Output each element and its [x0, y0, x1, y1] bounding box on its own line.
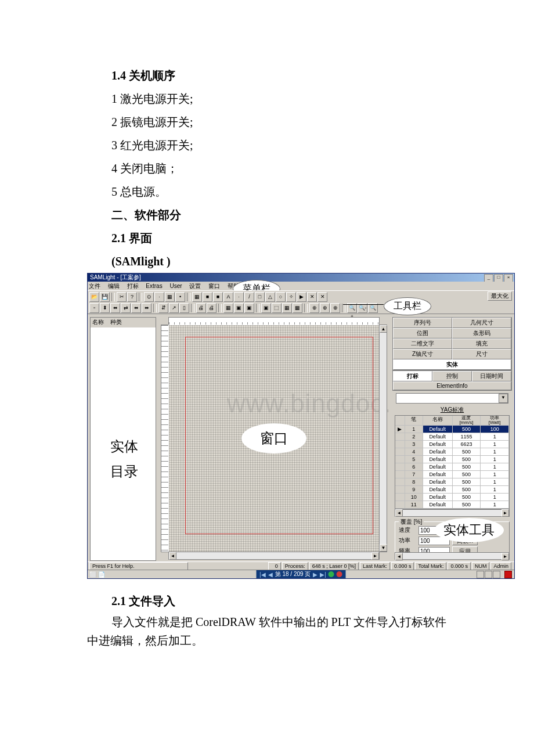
right-scroll-right-icon[interactable]: ► [501, 553, 509, 560]
tab-elementinfo[interactable]: ElementInfo [393, 381, 511, 390]
toolbar-button[interactable]: ↗ [169, 303, 179, 313]
toolbar-button[interactable]: 🖨 [207, 303, 217, 313]
pager-prev-icon[interactable]: ◀ [268, 571, 273, 578]
right-scroll-left-icon[interactable]: ◄ [395, 553, 403, 560]
menu-file[interactable]: 文件 [89, 283, 100, 289]
minimize-button[interactable]: _ [484, 274, 493, 282]
tab-serial[interactable]: 序列号 [393, 318, 452, 328]
pager-add-icon[interactable] [329, 571, 334, 577]
document-pager[interactable]: |◀ ◀ 第 18 / 209 页 ▶ ▶| [256, 570, 346, 578]
toolbar-button[interactable]: ⊕ [330, 303, 340, 313]
toolbar-button[interactable]: ⊕ [309, 303, 319, 313]
tab-geometry[interactable]: 几何尺寸 [452, 318, 511, 328]
tab-fill[interactable]: 填充 [452, 339, 511, 349]
toolbar-button[interactable]: ▩ [293, 303, 302, 313]
tab-entity[interactable]: 实体 [393, 359, 511, 370]
toolbar-button[interactable]: ▣ [244, 303, 254, 313]
toolbar-row-2[interactable]: ▫⬍⬌⇄⬌⬌⇵↗▯🖨🖨▦▣▣▣⬚▦▩⊕⊕⊕🔍+🔍-🔍 [88, 302, 514, 314]
tab-datetime[interactable]: 日期时间 [472, 371, 511, 381]
toolbar-button[interactable]: ○ [276, 292, 286, 302]
grid-scroll-right-icon[interactable]: ► [501, 509, 509, 517]
scroll-left-icon[interactable]: ◄ [169, 552, 176, 560]
toolbar-button[interactable]: ⬌ [110, 303, 120, 313]
toolbar-button[interactable]: · [234, 292, 244, 302]
tab-bitmap[interactable]: 位图 [393, 328, 452, 339]
toolbar-button[interactable]: ■ [203, 292, 212, 302]
right-panel-scrollbar[interactable]: ◄ ► [395, 552, 510, 560]
pager-remove-icon[interactable] [337, 571, 342, 577]
toolbar-button[interactable]: ? [127, 292, 137, 302]
table-row[interactable]: 9Default5001 [395, 486, 509, 494]
close-button[interactable]: × [504, 274, 513, 282]
toolbar-button[interactable]: ▣ [261, 303, 271, 313]
menu-mark[interactable]: 打标 [127, 283, 139, 289]
toolbar-button[interactable]: 🖨 [196, 303, 206, 313]
chevron-down-icon[interactable]: ▼ [499, 394, 508, 403]
pager-last-icon[interactable]: ▶| [320, 571, 326, 578]
table-row[interactable]: 4Default5001 [395, 448, 509, 456]
grid-scroll-left-icon[interactable]: ◄ [395, 509, 403, 517]
canvas-scrollbar-horizontal[interactable]: ◄ ► [168, 552, 380, 560]
toolbar-button[interactable]: △ [265, 292, 275, 302]
toolbar-button[interactable]: ■ [213, 292, 223, 302]
tab-2dtext[interactable]: 二维文字 [393, 339, 452, 349]
toolbar-button[interactable]: ⇄ [121, 303, 131, 313]
toolbar-button[interactable]: ⬚ [272, 303, 282, 313]
table-row[interactable]: ▶1Default500100 [395, 426, 509, 433]
toolbar-button[interactable]: ⬌ [131, 303, 141, 313]
toolbar-button[interactable]: • [175, 292, 185, 302]
toolbar-button[interactable]: ⊕ [320, 303, 330, 313]
menu-edit[interactable]: 编辑 [108, 283, 120, 289]
toolbar-button[interactable]: / [244, 292, 254, 302]
tab-marking[interactable]: 打标 [393, 371, 432, 381]
table-row[interactable]: 2Default11551 [395, 433, 509, 441]
scroll-right-icon[interactable]: ► [371, 552, 379, 560]
toolbar-button[interactable]: · [154, 292, 164, 302]
table-row[interactable]: 11Default5001 [395, 501, 509, 509]
menu-window[interactable]: 窗口 [208, 283, 220, 289]
toolbar-row-1[interactable]: 📂💾✂?⊙·▦•▦■■A·/□△○✧▶✕✕ [88, 290, 514, 303]
tab-zaxis[interactable]: Z轴尺寸 [393, 349, 452, 359]
tab-size[interactable]: 尺寸 [452, 349, 511, 359]
scroll-up-icon[interactable]: ▲ [380, 325, 387, 333]
pen-style-select[interactable]: ▼ [396, 393, 508, 404]
menu-bar[interactable]: 文件 编辑 打标 Extras User 设置 窗口 帮助 [88, 282, 514, 290]
table-row[interactable]: 10Default5001 [395, 494, 509, 501]
toolbar-button[interactable]: ⇵ [158, 303, 168, 313]
entity-tree-panel[interactable]: 名称 种类 实体 目录 [90, 317, 156, 561]
table-row[interactable]: 3Default66231 [395, 441, 509, 448]
toolbar-button[interactable]: ✕ [307, 292, 317, 302]
toolbar-button[interactable]: □ [255, 292, 265, 302]
toolbar-button[interactable]: ▣ [234, 303, 244, 313]
tabs-bottom[interactable]: 打标 控制 日期时间 ElementInfo [392, 370, 512, 391]
table-row[interactable]: 5Default5001 [395, 456, 509, 463]
toolbar-button[interactable]: ▯ [179, 303, 189, 313]
canvas-scrollbar-vertical[interactable]: ▲ ▼ [379, 325, 387, 552]
title-bar[interactable]: SAMLight - [工案参] _ □ × [88, 273, 514, 282]
table-row[interactable]: 7Default5001 [395, 471, 509, 478]
scroll-down-icon[interactable]: ▼ [380, 544, 387, 552]
maximize-workspace-button[interactable]: 最大化 [488, 291, 512, 301]
toolbar-button[interactable]: ✂ [117, 292, 127, 302]
toolbar-button[interactable]: ⊙ [144, 292, 154, 302]
canvas-surface[interactable]: www.bingdoc.com 窗口 [168, 325, 380, 552]
toolbar-button[interactable]: ✧ [286, 292, 296, 302]
table-row[interactable]: 8Default5001 [395, 478, 509, 486]
pager-first-icon[interactable]: |◀ [259, 571, 266, 578]
toolbar-button[interactable]: 📂 [89, 292, 99, 302]
toolbar-button[interactable]: ▫ [89, 303, 99, 313]
toolbar-button[interactable]: ⬍ [100, 303, 110, 313]
toolbar-button[interactable]: ▦ [192, 292, 202, 302]
toolbar-button[interactable]: ▦ [282, 303, 292, 313]
grid-scrollbar[interactable]: ◄ ► [395, 509, 510, 517]
tabs-top[interactable]: 序列号 几何尺寸 位图 条形码 二维文字 填充 Z轴尺寸 尺寸 实体 [392, 317, 512, 370]
menu-user[interactable]: User [169, 283, 182, 289]
toolbar-button[interactable]: ▶ [297, 292, 306, 302]
menu-settings[interactable]: 设置 [189, 283, 201, 289]
pager-next-icon[interactable]: ▶ [313, 571, 317, 578]
menu-extras[interactable]: Extras [146, 283, 162, 289]
toolbar-button[interactable]: A [223, 292, 233, 302]
toolbar-button[interactable]: ⬌ [142, 303, 151, 313]
maximize-button[interactable]: □ [494, 274, 503, 282]
tab-control[interactable]: 控制 [432, 371, 472, 381]
